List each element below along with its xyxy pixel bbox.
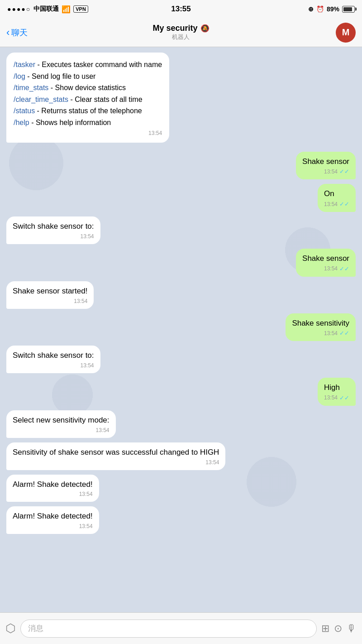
bubble-time: 13:54 — [205, 459, 219, 466]
bubble-text: Shake sensitivity — [292, 319, 349, 327]
attach-button[interactable]: ⬡ — [5, 621, 16, 635]
status-left: ●●●●○ 中国联通 📶 VPN — [7, 5, 88, 14]
message-row: Switch shake sensor to: 13:54 — [6, 346, 356, 373]
message-row: Shake sensor 13:54 ✓✓ — [6, 152, 356, 180]
bubble-text: Switch shake sensor to: — [13, 351, 94, 360]
bubble-meta: 13:54 ✓✓ — [302, 265, 349, 272]
back-label: 聊天 — [11, 27, 28, 38]
incoming-bubble: Alarm! Shake detected! 13:54 — [6, 475, 99, 502]
nav-center: My security 🔕 机器人 — [152, 24, 209, 41]
bubble-meta: 13:54 ✓✓ — [302, 168, 349, 175]
chat-area: /tasker - Executes tasker command with n… — [0, 47, 362, 627]
battery-percent: 89% — [327, 5, 339, 13]
status-bar: ●●●●○ 中国联通 📶 VPN 13:55 ⊕ ⏰ 89% — [0, 0, 362, 18]
bubble-meta: 13:54 — [14, 130, 162, 136]
bubble-time: 13:54 — [79, 523, 93, 529]
command-line-log: /log - Send log file to user — [14, 71, 162, 82]
message-row: /tasker - Executes tasker command with n… — [6, 53, 356, 147]
bubble-text: Shake sensor — [302, 254, 349, 263]
bubble-meta: 13:54 — [13, 427, 110, 433]
bubble-time: 13:54 — [148, 130, 162, 136]
read-receipt: ✓✓ — [339, 330, 349, 336]
vpn-badge: VPN — [73, 5, 88, 13]
command-list-bubble: /tasker - Executes tasker command with n… — [6, 53, 169, 143]
bubble-meta: 13:54 — [13, 298, 87, 304]
bubble-text: Alarm! Shake detected! — [13, 512, 93, 520]
bubble-meta: 13:54 — [13, 362, 94, 369]
signal-dots: ●●●●○ — [7, 5, 31, 13]
command-line-help: /help - Shows help information — [14, 117, 162, 129]
carrier-label: 中国联通 — [33, 5, 59, 13]
bubble-meta: 13:54 — [13, 459, 219, 466]
command-line-tasker: /tasker - Executes tasker command with n… — [14, 59, 162, 71]
bubble-time: 13:54 — [324, 168, 338, 175]
bubble-text: On — [324, 189, 334, 198]
status-right: ⊕ ⏰ 89% — [308, 5, 355, 13]
read-receipt: ✓✓ — [339, 201, 349, 207]
bubble-text: Alarm! Shake detected! — [13, 480, 93, 489]
read-receipt: ✓✓ — [339, 394, 349, 401]
bubble-text: Switch shake sensor to: — [13, 222, 94, 231]
command-line-clear: /clear_time_stats - Clear stats of all t… — [14, 94, 162, 106]
message-row: Shake sensor started! 13:54 — [6, 281, 356, 309]
command-line-timestats: /time_stats - Show device statistics — [14, 82, 162, 94]
incoming-bubble: Select new sensitivity mode: 13:54 — [6, 410, 116, 438]
mute-icon: 🔕 — [200, 24, 210, 33]
command-line-status: /status - Returns status of the telephon… — [14, 105, 162, 117]
bubble-meta: 13:54 — [13, 523, 93, 529]
message-row: Alarm! Shake detected! 13:54 — [6, 506, 356, 534]
bubble-meta: 13:54 ✓✓ — [292, 330, 349, 336]
outgoing-bubble: Shake sensor 13:54 ✓✓ — [296, 249, 356, 277]
bubble-time: 13:54 — [79, 491, 93, 497]
incoming-bubble: Sensitivity of shake sensor was successf… — [6, 442, 225, 470]
bubble-time: 13:54 — [324, 394, 338, 401]
microphone-icon[interactable]: 🎙 — [347, 623, 357, 634]
back-button[interactable]: ‹ 聊天 — [6, 27, 28, 38]
bubble-meta: 13:54 — [13, 491, 93, 497]
bubble-time: 13:54 — [74, 298, 87, 304]
outgoing-bubble: Shake sensitivity 13:54 ✓✓ — [286, 313, 356, 341]
location-icon: ⊕ — [308, 5, 314, 13]
bubble-text: Select new sensitivity mode: — [13, 416, 110, 424]
bubble-text: Sensitivity of shake sensor was successf… — [13, 448, 219, 457]
message-row: Switch shake sensor to: 13:54 — [6, 216, 356, 244]
bubble-text: Shake sensor — [302, 157, 349, 166]
bubble-time: 13:54 — [324, 265, 338, 272]
bubble-meta: 13:54 — [13, 233, 94, 240]
message-row: Shake sensitivity 13:54 ✓✓ — [6, 313, 356, 341]
bubble-time: 13:54 — [81, 362, 94, 369]
message-row: Alarm! Shake detected! 13:54 — [6, 475, 356, 502]
message-row: Select new sensitivity mode: 13:54 — [6, 410, 356, 438]
bubble-time: 13:54 — [81, 233, 94, 240]
bubble-meta: 13:54 ✓✓ — [324, 394, 349, 401]
bubble-text: Shake sensor started! — [13, 287, 87, 295]
bubble-time: 13:54 — [324, 201, 338, 207]
share-icon[interactable]: ⊙ — [334, 623, 342, 634]
input-bar: ⬡ ⊞ ⊙ 🎙 — [0, 612, 362, 644]
incoming-bubble: Alarm! Shake detected! 13:54 — [6, 506, 99, 534]
nav-subtitle: 机器人 — [152, 33, 209, 41]
bubble-text: High — [324, 383, 340, 392]
alarm-icon: ⏰ — [316, 5, 324, 13]
wifi-icon: 📶 — [62, 5, 71, 14]
message-row: High 13:54 ✓✓ — [6, 378, 356, 406]
incoming-bubble: Switch shake sensor to: 13:54 — [6, 346, 100, 373]
chevron-left-icon: ‹ — [6, 27, 10, 38]
outgoing-bubble: Shake sensor 13:54 ✓✓ — [296, 152, 356, 180]
avatar[interactable]: M — [336, 23, 356, 43]
message-row: Shake sensor 13:54 ✓✓ — [6, 249, 356, 277]
nav-bar: ‹ 聊天 My security 🔕 机器人 M — [0, 18, 362, 47]
incoming-bubble: Switch shake sensor to: 13:54 — [6, 216, 100, 244]
status-time: 13:55 — [171, 5, 191, 14]
emoji-keyboard-icon[interactable]: ⊞ — [321, 623, 329, 634]
chat-title-text: My security — [152, 24, 197, 33]
outgoing-bubble: High 13:54 ✓✓ — [318, 378, 356, 406]
incoming-bubble: Shake sensor started! 13:54 — [6, 281, 94, 309]
read-receipt: ✓✓ — [339, 265, 349, 272]
read-receipt: ✓✓ — [339, 168, 349, 175]
nav-title: My security 🔕 — [152, 24, 209, 33]
bubble-time: 13:54 — [96, 427, 110, 433]
outgoing-bubble: On 13:54 ✓✓ — [318, 184, 356, 212]
bubble-time: 13:54 — [324, 330, 338, 336]
message-input[interactable] — [20, 620, 317, 638]
